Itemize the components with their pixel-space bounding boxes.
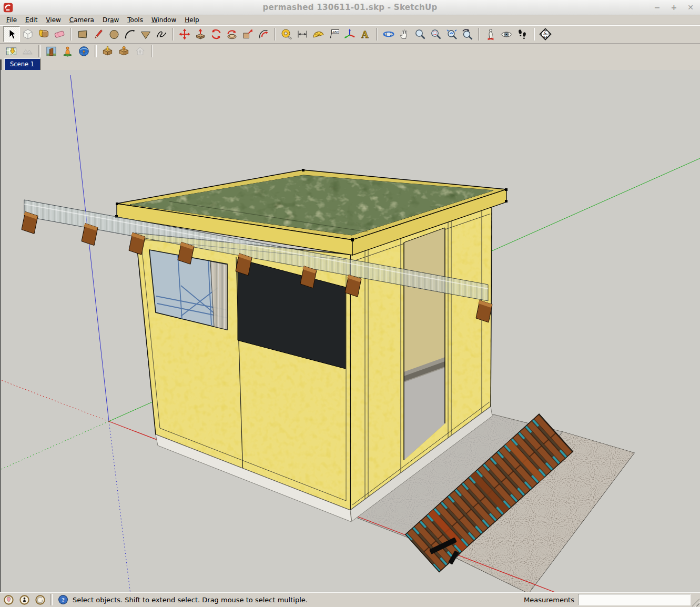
- toolbar-separator: [533, 28, 535, 41]
- section-plane-icon: CA-5: [539, 28, 552, 41]
- move-button[interactable]: [177, 27, 192, 42]
- axis-blue-solid: [70, 75, 109, 421]
- zoom-previous-icon: [461, 28, 474, 41]
- window-title: permashed 130611-01.skp - SketchUp: [0, 3, 700, 12]
- menu-draw[interactable]: Draw: [98, 16, 123, 24]
- menu-help[interactable]: Help: [180, 16, 203, 24]
- tape-measure-icon: [280, 28, 293, 41]
- menu-window[interactable]: Window: [147, 16, 180, 24]
- axis-blue-dotted: [109, 421, 130, 592]
- section-plane-button[interactable]: CA-5: [537, 27, 553, 42]
- dimension-button[interactable]: [295, 27, 310, 42]
- zoom-window-icon: [430, 28, 442, 41]
- arc-icon: [124, 28, 136, 41]
- model-viewport[interactable]: [0, 70, 700, 592]
- svg-text:?: ?: [62, 596, 65, 603]
- protractor-button[interactable]: [310, 27, 326, 42]
- status-bar: ? Select objects. Shift to extend select…: [0, 592, 700, 607]
- line-button[interactable]: [90, 27, 106, 42]
- polygon-button[interactable]: [138, 27, 154, 42]
- axes-icon: [343, 28, 356, 41]
- axes-button[interactable]: [342, 27, 358, 42]
- zoom-previous-button[interactable]: [460, 27, 475, 42]
- paint-bucket-button[interactable]: [36, 27, 52, 42]
- zoom-button[interactable]: [412, 27, 428, 42]
- make-component-button[interactable]: [20, 27, 36, 42]
- push-pull-button[interactable]: [192, 27, 208, 42]
- toolbar-separator: [38, 45, 40, 57]
- orbit-icon: [382, 28, 395, 41]
- maximize-button[interactable]: +: [671, 4, 677, 11]
- look-around-button[interactable]: [499, 27, 514, 42]
- menu-file[interactable]: File: [2, 16, 21, 24]
- pan-button[interactable]: [397, 27, 412, 42]
- main-toolbar: ABCACA-5: [0, 25, 700, 43]
- google-signin-button[interactable]: [35, 594, 46, 605]
- orbit-button[interactable]: [381, 27, 397, 42]
- share-component-button[interactable]: [132, 44, 148, 58]
- freehand-icon: [155, 28, 168, 41]
- position-camera-button[interactable]: [483, 27, 499, 42]
- arc-button[interactable]: [122, 27, 138, 42]
- svg-text:ABC: ABC: [332, 31, 339, 34]
- model-canvas[interactable]: [0, 70, 700, 592]
- measurements-input[interactable]: [578, 594, 691, 605]
- photo-textures-icon: [45, 45, 57, 57]
- title-bar: permashed 130611-01.skp - SketchUp − + ✕: [0, 0, 700, 15]
- polygon-icon: [139, 28, 152, 41]
- toolbar-separator: [478, 28, 480, 41]
- google-earth-button[interactable]: [76, 44, 92, 58]
- scene-tab-strip: Scene 1: [0, 58, 700, 70]
- minimize-button[interactable]: −: [654, 4, 661, 11]
- menu-view[interactable]: View: [42, 16, 65, 24]
- door-opening[interactable]: [404, 228, 445, 460]
- viewport-left-edge: [0, 70, 1, 592]
- zoom-window-button[interactable]: [428, 27, 444, 42]
- pan-icon: [398, 28, 411, 41]
- svg-text:A: A: [361, 29, 369, 40]
- eraser-button[interactable]: [52, 27, 67, 42]
- help-button[interactable]: ?: [58, 594, 68, 605]
- toggle-terrain-button[interactable]: [19, 44, 36, 58]
- google-toolbar: [0, 43, 700, 58]
- zoom-icon: [414, 28, 427, 41]
- claim-credit-button[interactable]: [19, 594, 30, 605]
- text-button[interactable]: ABC: [326, 27, 342, 42]
- share-model-icon: [118, 45, 130, 57]
- close-button[interactable]: ✕: [687, 4, 694, 11]
- follow-me-button[interactable]: [224, 27, 240, 42]
- circle-button[interactable]: [106, 27, 122, 42]
- toolbar-separator: [172, 28, 174, 41]
- dimension-icon: [296, 28, 309, 41]
- 3d-text-button[interactable]: A: [358, 27, 373, 42]
- follow-me-icon: [226, 28, 238, 41]
- add-location-button[interactable]: [3, 44, 19, 58]
- get-models-icon: [102, 45, 114, 57]
- rotate-button[interactable]: [208, 27, 224, 42]
- scale-button[interactable]: [240, 27, 256, 42]
- add-location-icon: [5, 45, 17, 57]
- toolbar-separator: [70, 28, 72, 41]
- menu-tools[interactable]: Tools: [123, 16, 147, 24]
- menu-bar: FileEditViewCameraDrawToolsWindowHelp: [0, 15, 700, 25]
- look-around-icon: [500, 28, 513, 41]
- geolocation-button[interactable]: [3, 594, 14, 605]
- menu-camera[interactable]: Camera: [65, 16, 98, 24]
- walk-button[interactable]: [514, 27, 530, 42]
- preview-google-earth-button[interactable]: [59, 44, 76, 58]
- freehand-button[interactable]: [154, 27, 169, 42]
- scene-tab-1[interactable]: Scene 1: [4, 58, 40, 70]
- rectangle-button[interactable]: [75, 27, 90, 42]
- offset-button[interactable]: [256, 27, 271, 42]
- toolbar-separator: [376, 28, 378, 41]
- statusbar-separator: [50, 594, 53, 605]
- get-models-button[interactable]: [99, 44, 116, 58]
- menu-edit[interactable]: Edit: [21, 16, 42, 24]
- axis-red-dotted: [0, 380, 109, 421]
- zoom-extents-button[interactable]: [444, 27, 460, 42]
- share-model-button[interactable]: [116, 44, 132, 58]
- select-icon: [5, 28, 18, 41]
- photo-textures-button[interactable]: [43, 44, 59, 58]
- tape-measure-button[interactable]: [279, 27, 295, 42]
- select-button[interactable]: [3, 26, 20, 42]
